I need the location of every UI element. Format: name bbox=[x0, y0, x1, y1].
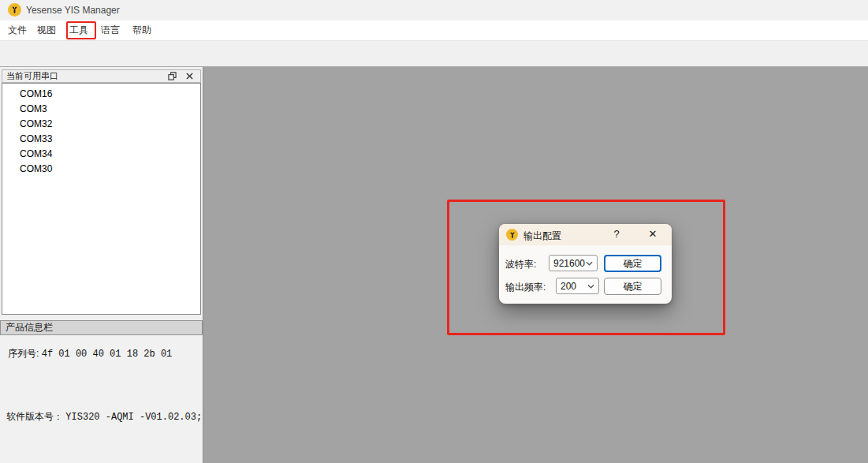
float-panel-button[interactable] bbox=[166, 71, 178, 81]
port-list-item[interactable]: COM33 bbox=[2, 132, 200, 147]
dialog-baud-label: 波特率: bbox=[505, 258, 536, 271]
firmware-version-value: YIS320 -AQMI -V01.02.03; bbox=[65, 412, 202, 423]
dialog-title: 输出配置 bbox=[523, 230, 561, 243]
dialog-logo-icon bbox=[506, 229, 518, 241]
dialog-title-bar[interactable]: 输出配置 ? ✕ bbox=[499, 224, 672, 245]
dialog-freq-label: 输出频率: bbox=[505, 281, 546, 294]
serial-number-value: 4f 01 00 40 01 18 2b 01 bbox=[42, 349, 173, 360]
serial-ports-panel: 当前可用串口 COM16 COM3 COM32 COM33 COM34 COM3… bbox=[0, 67, 203, 463]
dialog-help-button[interactable]: ? bbox=[610, 228, 623, 240]
serial-number-row: 序列号: 4f 01 00 40 01 18 2b 01 bbox=[8, 347, 172, 360]
chevron-down-icon bbox=[586, 261, 593, 266]
menu-language[interactable]: 语言 bbox=[99, 21, 122, 40]
port-list-item[interactable]: COM32 bbox=[2, 117, 200, 132]
window-title: Yesense YIS Manager bbox=[26, 5, 120, 16]
menu-help[interactable]: 帮助 bbox=[130, 21, 154, 40]
ports-panel-header: 当前可用串口 bbox=[2, 69, 201, 83]
app-logo-icon bbox=[8, 3, 21, 17]
dialog-baud-value: 921600 bbox=[553, 258, 585, 269]
chevron-down-icon bbox=[587, 284, 594, 289]
dialog-freq-ok-button[interactable]: 确定 bbox=[604, 278, 661, 295]
ports-panel-title: 当前可用串口 bbox=[6, 70, 58, 82]
dialog-freq-select[interactable]: 200 bbox=[556, 278, 599, 294]
dialog-close-button[interactable]: ✕ bbox=[646, 228, 660, 240]
dialog-baud-select[interactable]: 921600 bbox=[549, 255, 598, 271]
output-config-dialog: 输出配置 ? ✕ 波特率: 921600 确定 输出频率: 200 确定 bbox=[499, 224, 672, 304]
port-list-item[interactable]: COM34 bbox=[2, 147, 200, 162]
firmware-version-row: 软件版本号： YIS320 -AQMI -V01.02.03; bbox=[6, 410, 202, 424]
title-bar: Yesense YIS Manager bbox=[0, 0, 868, 21]
port-list-item[interactable]: COM16 bbox=[2, 87, 200, 102]
dialog-baud-ok-button[interactable]: 确定 bbox=[604, 255, 661, 272]
menu-bar: 文件 视图 工具 语言 帮助 bbox=[0, 21, 868, 40]
dialog-freq-value: 200 bbox=[561, 281, 576, 292]
port-list-item[interactable]: COM30 bbox=[2, 162, 200, 177]
product-info-header: 产品信息栏 bbox=[0, 320, 203, 335]
port-list-item[interactable]: COM3 bbox=[2, 102, 200, 117]
menu-view[interactable]: 视图 bbox=[35, 21, 58, 40]
menu-file[interactable]: 文件 bbox=[6, 21, 29, 40]
port-list: COM16 COM3 COM32 COM33 COM34 COM30 bbox=[2, 83, 201, 315]
firmware-version-label: 软件版本号： bbox=[6, 411, 63, 422]
menu-tools[interactable]: 工具 bbox=[67, 21, 91, 40]
close-panel-button[interactable] bbox=[183, 71, 196, 81]
serial-number-label: 序列号: bbox=[8, 348, 39, 359]
toolbar: UTC COM16 bbox=[0, 40, 868, 67]
product-info-body: 序列号: 4f 01 00 40 01 18 2b 01 软件版本号： YIS3… bbox=[0, 335, 203, 463]
